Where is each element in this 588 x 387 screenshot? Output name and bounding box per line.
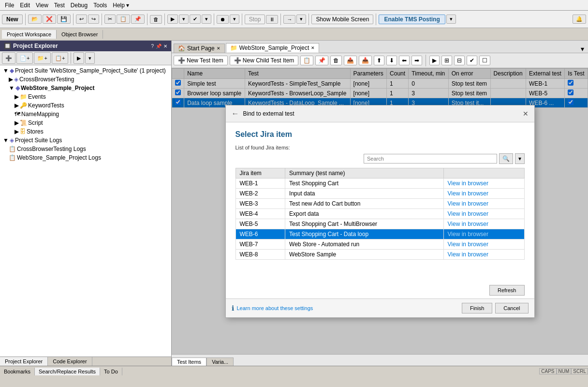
enable-tms-button[interactable]: Enable TMS Posting	[379, 15, 445, 24]
start-page-tab[interactable]: 🏠 Start Page ✕	[174, 44, 225, 53]
menu-view[interactable]: View	[33, 1, 51, 10]
add-folder-btn[interactable]: 📁+	[34, 52, 50, 64]
step-button[interactable]: →	[283, 15, 295, 24]
jira-row[interactable]: WEB-4 Export data View in browser	[235, 208, 524, 219]
ws-tab-close[interactable]: ✕	[311, 45, 315, 50]
copy-item-btn[interactable]: 📋	[300, 56, 313, 65]
run-project-dropdown[interactable]: ▾	[85, 52, 95, 64]
import-btn[interactable]: 📥	[359, 56, 372, 65]
undo-button[interactable]: ↩	[76, 15, 87, 24]
record-dropdown[interactable]: ▾	[230, 15, 239, 24]
tree-cross-browser[interactable]: ▶ ◈ CrossBrowserTesting	[1, 75, 170, 84]
record-button[interactable]: ⏺	[217, 15, 229, 24]
tree-script[interactable]: ▶ 📜 Script	[1, 119, 170, 127]
test-items-tab[interactable]: Test Items	[172, 357, 206, 366]
add-item-btn[interactable]: ➕	[2, 52, 15, 64]
jira-link-2[interactable]: View in browser	[443, 198, 524, 208]
run-dropdown[interactable]: ▾	[179, 15, 189, 24]
tab-scroll-btn[interactable]: ▾	[579, 45, 586, 53]
move-up-btn[interactable]: ⬆	[374, 56, 384, 65]
refresh-btn[interactable]: Refresh	[489, 285, 525, 296]
new-test-item-btn[interactable]: ➕ New Test Item	[174, 56, 228, 65]
project-explorer-bottom-tab[interactable]: Project Explorer	[0, 357, 48, 366]
show-mobile-button[interactable]: Show Mobile Screen	[311, 15, 373, 24]
menu-edit[interactable]: Edit	[17, 1, 33, 10]
modal-back-btn[interactable]: ←	[232, 109, 239, 118]
tree-keyword-tests[interactable]: ▶ 🔑 KeywordTests	[1, 101, 170, 110]
paste-item-btn[interactable]: 📌	[315, 56, 328, 65]
cut-button[interactable]: ✂	[104, 15, 116, 24]
jira-link-4[interactable]: View in browser	[443, 219, 524, 229]
todo-tab[interactable]: To Do	[100, 368, 122, 375]
jira-link-0[interactable]: View in browser	[443, 178, 524, 188]
start-page-close[interactable]: ✕	[217, 46, 220, 51]
grid-btn[interactable]: ⊞	[441, 56, 452, 65]
finish-btn[interactable]: Finish	[462, 303, 492, 313]
modal-close-btn[interactable]: ✕	[523, 110, 529, 118]
tree-suite-root[interactable]: ▼ ◆ Project Suite 'WebStore_Sample_Proje…	[1, 66, 170, 75]
jira-row[interactable]: WEB-5 Test Shopping Cart - MultiBrowser …	[235, 219, 524, 229]
search-replace-tab[interactable]: Search/Replace Results	[35, 368, 100, 375]
save-button[interactable]: 💾	[57, 15, 71, 24]
grid2-btn[interactable]: ⊟	[454, 56, 465, 65]
help-sidebar-btn[interactable]: ?	[151, 44, 154, 49]
export-btn[interactable]: 📤	[344, 56, 357, 65]
tree-cb-logs[interactable]: 📋 CrossBrowserTesting Logs	[1, 145, 170, 153]
add-script-btn[interactable]: 📋+	[52, 52, 68, 64]
jira-link-3[interactable]: View in browser	[443, 208, 524, 219]
cancel-btn[interactable]: Cancel	[495, 303, 528, 313]
jira-link-7[interactable]: View in browser	[443, 249, 524, 259]
tree-suite-logs[interactable]: ▼ ◈ Project Suite Logs	[1, 136, 170, 145]
delete-button[interactable]: 🗑	[150, 15, 162, 24]
run-test-btn[interactable]: ▶	[429, 56, 440, 65]
prev-btn[interactable]: ⬅	[399, 56, 410, 65]
menu-tools[interactable]: Tools	[90, 1, 110, 10]
bookmarks-tab[interactable]: Bookmarks	[0, 368, 35, 375]
tree-stores[interactable]: ▶ 🗄 Stores	[1, 127, 170, 136]
run-project-btn[interactable]: ▶	[74, 52, 84, 64]
check-dropdown[interactable]: ▾	[202, 15, 211, 24]
copy-button[interactable]: 📋	[117, 15, 130, 24]
move-down-btn[interactable]: ⬇	[386, 56, 397, 65]
menu-file[interactable]: File	[2, 1, 17, 10]
notification-button[interactable]: 🔔	[573, 15, 586, 24]
add-file-btn[interactable]: 📄+	[16, 52, 33, 64]
menu-debug[interactable]: Debug	[68, 1, 90, 10]
new-button[interactable]: New	[2, 15, 23, 24]
tree-ws-logs[interactable]: 📋 WebStore_Sample_Project Logs	[1, 153, 170, 162]
jira-link-1[interactable]: View in browser	[443, 188, 524, 198]
jira-search-btn[interactable]: 🔍	[499, 153, 513, 164]
project-workspace-tab[interactable]: Project Workspace	[2, 30, 57, 39]
run-button[interactable]: ▶	[167, 15, 178, 24]
next-btn[interactable]: ➡	[412, 56, 422, 65]
paste-button[interactable]: 📌	[131, 15, 145, 24]
jira-link-6[interactable]: View in browser	[443, 239, 524, 249]
jira-search-input[interactable]	[364, 154, 497, 164]
enable-tms-dropdown[interactable]: ▾	[446, 15, 456, 24]
menu-help[interactable]: Help ▾	[110, 1, 132, 10]
new-child-test-item-btn[interactable]: ➕ New Child Test Item	[230, 56, 298, 65]
learn-more-link[interactable]: Learn more about these settings	[237, 305, 313, 311]
tree-name-mapping[interactable]: 🗺 NameMapping	[1, 110, 170, 119]
menu-test[interactable]: Test	[51, 1, 68, 10]
jira-row[interactable]: WEB-2 Input data View in browser	[235, 188, 524, 198]
pause-button[interactable]: ⏸	[266, 15, 278, 24]
open-button[interactable]: 📂	[28, 15, 42, 24]
variables-tab[interactable]: Varia...	[206, 357, 234, 366]
tree-events[interactable]: ▶ 📁 Events	[1, 92, 170, 101]
check-button[interactable]: ✔	[190, 15, 201, 24]
object-browser-tab[interactable]: Object Browser	[57, 30, 103, 39]
jira-row[interactable]: WEB-8 WebStore Sample View in browser	[235, 249, 524, 259]
close-sidebar-btn[interactable]: ✕	[163, 44, 167, 49]
jira-row[interactable]: WEB-6 Test Shopping Cart - Data loop Vie…	[235, 229, 524, 239]
redo-button[interactable]: ↪	[88, 15, 99, 24]
pin-sidebar-btn[interactable]: 📌	[156, 44, 162, 49]
stop-button[interactable]: Stop	[245, 15, 265, 24]
step-dropdown[interactable]: ▾	[296, 15, 306, 24]
check-all-btn[interactable]: ✔	[467, 56, 477, 65]
code-explorer-tab[interactable]: Code Explorer	[48, 357, 92, 366]
jira-row[interactable]: WEB-1 Test Shopping Cart View in browser	[235, 178, 524, 188]
ws-project-tab[interactable]: 📁 WebStore_Sample_Project ✕	[226, 43, 320, 53]
close-button[interactable]: ❌	[43, 15, 56, 24]
jira-link-5[interactable]: View in browser	[443, 229, 524, 239]
